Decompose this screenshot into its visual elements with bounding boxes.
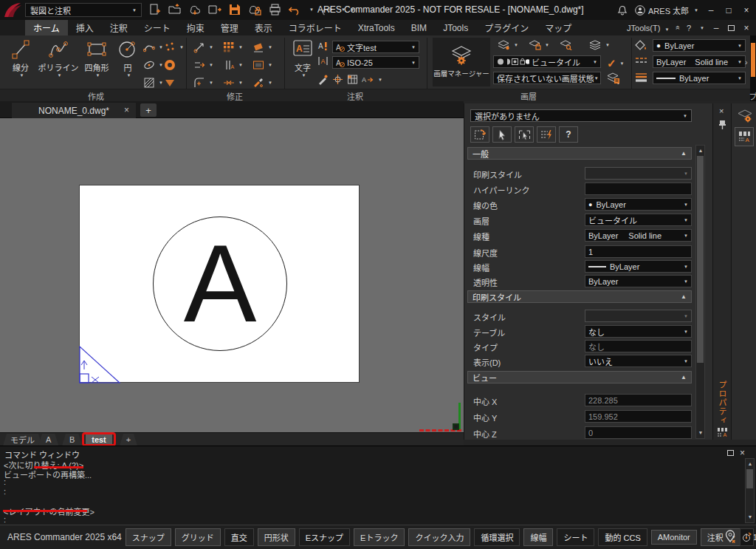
document-tab-close-icon[interactable]: × (124, 105, 129, 115)
rectangle-tool-button[interactable]: 四角形▼ (80, 38, 114, 88)
dynamic-ccs-toggle[interactable]: 動的 CCS (598, 528, 647, 546)
display-select[interactable]: いいえ▼ (585, 355, 692, 367)
grid-toggle[interactable]: グリッド (175, 528, 221, 546)
new-layer-button[interactable]: ▼ (498, 40, 518, 50)
tab-xtratools[interactable]: XtraTools (350, 20, 403, 35)
ribbon-collapse-icon[interactable]: » (674, 26, 682, 30)
hatch-tool-button[interactable]: ▼ (143, 77, 163, 89)
linetype-button[interactable] (635, 56, 647, 66)
scroll-down-icon[interactable]: ▼ (696, 429, 705, 437)
centerline-tool-button[interactable] (332, 74, 343, 85)
amonitor-toggle[interactable]: AMonitor (651, 530, 697, 545)
fillet-tool-button[interactable]: ▼ (193, 77, 213, 89)
hyperlink-input[interactable] (585, 183, 692, 195)
doc-close-button[interactable]: × (741, 23, 752, 33)
match-properties-tool-button[interactable]: ▼ (252, 77, 272, 89)
erase-tool-button[interactable]: ▼ (252, 41, 272, 53)
scroll-up-icon[interactable]: ▲ (696, 146, 705, 155)
tab-plugins[interactable]: プラグイン (476, 20, 537, 35)
ccs-icon-button[interactable] (740, 528, 754, 546)
text-style-select[interactable]: A 文字test▼ (332, 41, 419, 53)
line-color-select[interactable]: ●ByLayer▼ (585, 198, 692, 211)
select-marquee-button[interactable] (515, 126, 534, 143)
help-chevron[interactable]: ▼ (700, 26, 704, 30)
close-button[interactable]: × (741, 5, 752, 16)
cloud-download-button[interactable] (188, 1, 202, 18)
new-document-tab-button[interactable]: + (140, 103, 157, 117)
quick-properties-button[interactable] (537, 126, 556, 143)
document-tab[interactable]: NONAME_0.dwg* (12, 103, 136, 118)
polyline-tool-button[interactable]: ポリライン▼ (38, 38, 78, 88)
panel-handle[interactable] (751, 43, 755, 77)
workspace-select[interactable]: 製図と注釈▼ (25, 3, 142, 17)
sheet-tab-model[interactable]: モデル (3, 434, 42, 446)
scroll-down-icon[interactable]: ▼ (746, 513, 755, 522)
layer-apply-button[interactable]: ✓▼ (607, 57, 625, 70)
print-button[interactable] (267, 1, 282, 18)
palette-vertical-label[interactable]: プロパティ (716, 381, 728, 425)
arc-tool-button[interactable]: ▼ (143, 41, 163, 53)
new-sheet-button[interactable]: + (120, 434, 137, 446)
table-select[interactable]: なし▼ (585, 325, 692, 338)
layer-walk-button[interactable] (560, 40, 572, 50)
selection-filter-select[interactable]: 選択がありません▼ (470, 109, 692, 122)
color-select[interactable]: ● ByLayer▼ (653, 39, 746, 52)
ortho-toggle[interactable]: 直交 (224, 528, 254, 546)
linetype-select[interactable]: ByLayerSolid line▼ (653, 55, 746, 68)
tab-jtools[interactable]: JTools (435, 20, 476, 35)
doc-restore-button[interactable] (728, 25, 735, 31)
linetype-select[interactable]: ByLayerSolid line▼ (585, 229, 692, 242)
properties-dock-tab[interactable]: A (735, 127, 754, 146)
section-general[interactable]: 一般▲ (467, 147, 692, 160)
palette-close-icon[interactable]: × (719, 106, 724, 115)
user-account-menu[interactable]: ARES 太郎 ▼ (635, 4, 698, 16)
tab-constraints[interactable]: 拘束 (179, 20, 213, 35)
leader-tool-button[interactable]: A▼ (362, 74, 382, 85)
layer-state-select[interactable]: 保存されていない画層状態▼ (493, 72, 601, 84)
spell-check-button[interactable]: A (317, 41, 329, 52)
table-tool-button[interactable] (347, 74, 358, 85)
help-button[interactable]: ? (687, 24, 691, 33)
move-tool-button[interactable]: ▼ (193, 41, 213, 53)
select-objects-button[interactable] (492, 126, 512, 143)
scrollbar-thumb[interactable] (697, 156, 704, 363)
quick-select-button[interactable] (470, 126, 489, 143)
lineweight-button[interactable] (635, 72, 647, 82)
palette-help-button[interactable]: ? (559, 126, 578, 143)
layer-manager-dock-icon[interactable] (738, 109, 752, 123)
cloud-lock-button[interactable] (247, 1, 262, 18)
dimension-style-select[interactable]: A ISO-25▼ (332, 56, 419, 69)
solid-tool-button[interactable] (164, 77, 176, 89)
text-align-button[interactable]: A (317, 55, 329, 67)
ellipse-tool-button[interactable]: ▼ (143, 59, 163, 71)
palette-scrollbar[interactable]: ▲ ▼ (695, 145, 705, 439)
print-style-select[interactable]: ▼ (585, 167, 692, 180)
lineweight-toggle[interactable]: 線幅 (523, 528, 553, 546)
tab-collaborate[interactable]: コラボレート (281, 20, 350, 35)
tab-annotate[interactable]: 注釈 (102, 20, 136, 35)
donut-tool-button[interactable] (164, 59, 176, 71)
notification-bell-icon[interactable] (617, 4, 628, 16)
undo-history-chevron[interactable]: ▼ (309, 7, 314, 12)
command-window[interactable]: コマンド ウィンドウ × <次に切り替え: A (2)> ビューポートの再構築.… (0, 446, 756, 525)
sheet-toggle[interactable]: シート (557, 528, 594, 546)
tab-bim[interactable]: BIM (403, 20, 435, 35)
jtools-menu[interactable]: JTools(T) ▼ (627, 24, 669, 33)
style-select[interactable]: ▼ (585, 310, 692, 322)
command-float-icon[interactable] (727, 450, 734, 456)
ribbon-scroll-right-arrow[interactable]: › (745, 58, 748, 67)
new-drawing-button[interactable] (148, 1, 162, 18)
scroll-up-icon[interactable]: ▲ (746, 460, 755, 468)
pin-icon[interactable] (718, 120, 726, 130)
minimize-button[interactable]: – (706, 5, 716, 16)
linetype-scale-input[interactable]: 1 (585, 245, 692, 258)
open-button[interactable] (168, 1, 182, 18)
section-view[interactable]: ビュー▲ (467, 371, 692, 383)
layer-state-manager-button[interactable] (607, 72, 620, 84)
maximize-button[interactable]: □ (724, 5, 734, 16)
layer-select[interactable]: ビュータイル▼ (585, 214, 692, 226)
sheet-tab-a[interactable]: A (38, 434, 58, 446)
layer-select[interactable]: ビュータイル▼ (493, 55, 601, 68)
command-scrollbar[interactable]: ▲ ▼ (745, 458, 755, 523)
cycle-select-toggle[interactable]: 循環選択 (474, 528, 520, 546)
